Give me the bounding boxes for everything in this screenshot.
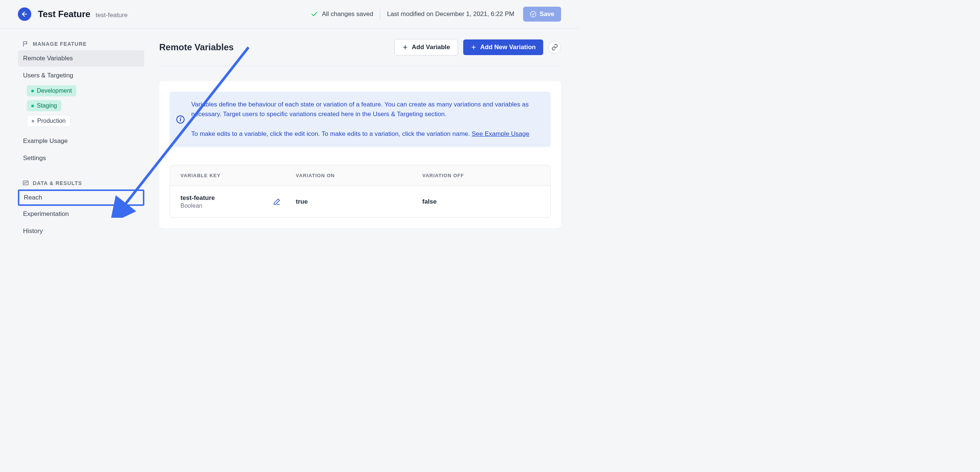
save-button-label: Save	[539, 10, 554, 18]
title-wrap: Test Feature test-feature	[38, 9, 127, 19]
plus-icon	[471, 44, 477, 50]
env-production-label: Production	[37, 118, 66, 124]
page-title: Test Feature	[38, 9, 91, 19]
sidebar: Manage Feature Remote Variables Users & …	[18, 38, 144, 240]
page-header: Test Feature test-feature All changes sa…	[0, 0, 579, 29]
arrow-left-icon	[21, 10, 28, 18]
main-header: Remote Variables Add Variable Add New Va…	[159, 38, 561, 66]
save-status: All changes saved	[311, 10, 373, 18]
variable-key-name: test-feature	[180, 194, 215, 202]
svg-point-0	[531, 11, 536, 17]
variation-on-value: true	[296, 198, 422, 206]
col-variable-key: Variable Key	[180, 173, 296, 178]
save-button[interactable]: Save	[523, 7, 561, 22]
env-development-label: Development	[37, 88, 72, 94]
edit-icon[interactable]	[273, 198, 281, 206]
nav-experimentation[interactable]: Experimentation	[18, 206, 144, 222]
col-variation-off: Variation Off	[422, 173, 540, 178]
back-button[interactable]	[18, 8, 31, 21]
env-production[interactable]: Production	[27, 115, 71, 127]
env-development[interactable]: Development	[27, 85, 76, 96]
variables-card: i Variables define the behaviour of each…	[159, 81, 561, 228]
info-text-2: To make edits to a variable, click the e…	[191, 129, 542, 139]
add-variable-label: Add Variable	[412, 43, 450, 51]
table-header: Variable Key Variation On Variation Off	[170, 165, 550, 186]
nav-users-targeting[interactable]: Users & Targeting	[18, 67, 144, 84]
info-text-2-prefix: To make edits to a variable, click the e…	[191, 130, 472, 137]
save-status-text: All changes saved	[322, 10, 373, 18]
nav-history[interactable]: History	[18, 223, 144, 239]
status-dot-icon	[31, 90, 34, 92]
add-variable-button[interactable]: Add Variable	[395, 39, 458, 56]
environment-list: Development Staging Production	[18, 85, 144, 131]
nav-reach[interactable]: Reach	[18, 190, 144, 206]
copy-link-button[interactable]	[549, 41, 561, 54]
info-banner: i Variables define the behaviour of each…	[170, 92, 550, 147]
main-content: Remote Variables Add Variable Add New Va…	[159, 38, 561, 240]
info-icon: i	[177, 115, 185, 124]
nav-settings[interactable]: Settings	[18, 150, 144, 166]
example-usage-link[interactable]: See Example Usage	[472, 130, 530, 137]
link-icon	[551, 44, 558, 51]
add-variation-button[interactable]: Add New Variation	[463, 40, 543, 55]
feature-slug: test-feature	[95, 11, 127, 19]
info-text-1: Variables define the behaviour of each s…	[191, 100, 542, 120]
status-dot-icon	[31, 105, 34, 107]
nav-remote-variables[interactable]: Remote Variables	[18, 50, 144, 67]
chart-icon	[22, 180, 29, 187]
env-staging[interactable]: Staging	[27, 100, 61, 111]
variable-key-type: Boolean	[180, 203, 215, 209]
plus-icon	[402, 44, 408, 50]
section-data-label: Data & Results	[33, 180, 82, 186]
env-staging-label: Staging	[37, 102, 57, 109]
add-variation-label: Add New Variation	[480, 43, 536, 51]
status-dot-icon	[32, 120, 34, 123]
section-manage-feature: Manage Feature	[18, 38, 144, 50]
check-icon	[311, 10, 318, 18]
variable-table: Variable Key Variation On Variation Off …	[170, 165, 550, 218]
nav-example-usage[interactable]: Example Usage	[18, 133, 144, 149]
flag-icon	[22, 41, 29, 47]
variation-off-value: false	[422, 198, 540, 206]
col-variation-on: Variation On	[296, 173, 422, 178]
check-circle-icon	[530, 11, 536, 18]
table-row: test-feature Boolean true false	[170, 186, 550, 217]
main-title: Remote Variables	[159, 42, 234, 53]
last-modified: Last modified on December 1, 2021, 6:22 …	[387, 10, 514, 18]
section-data-results: Data & Results	[18, 177, 144, 190]
section-manage-label: Manage Feature	[33, 41, 87, 47]
